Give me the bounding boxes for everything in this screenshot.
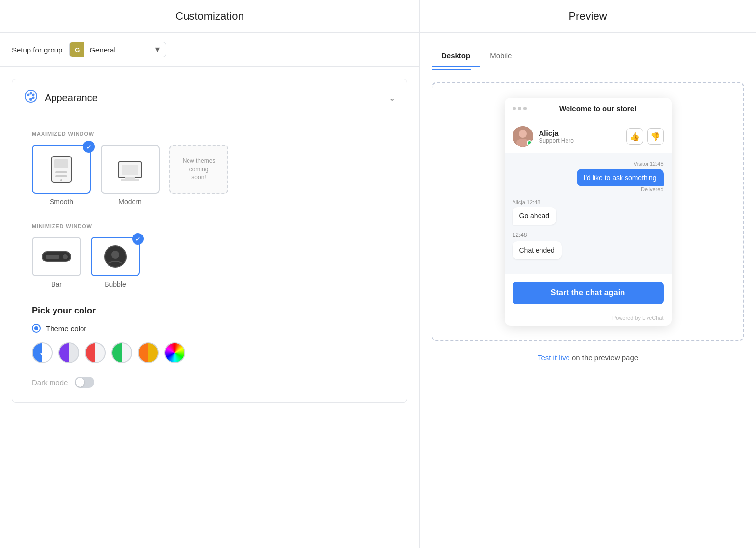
- message-system: 12:48 Chat ended: [513, 232, 664, 259]
- powered-by: Powered by LiveChat: [505, 312, 672, 326]
- radio-inner: [34, 326, 38, 330]
- preview-tabs: Desktop Mobile: [432, 41, 744, 67]
- theme-box-new: New themescomingsoon!: [169, 145, 228, 194]
- tab-mobile[interactable]: Mobile: [480, 46, 521, 67]
- theme-box-modern[interactable]: [101, 145, 160, 194]
- svg-rect-7: [54, 159, 68, 168]
- swatch-green[interactable]: [111, 342, 132, 363]
- svg-rect-14: [122, 165, 138, 175]
- theme-box-bubble[interactable]: ✓: [91, 237, 140, 276]
- color-section-title: Pick your color: [32, 306, 387, 316]
- group-select[interactable]: General: [84, 43, 153, 57]
- dark-mode-label: Dark mode: [32, 378, 68, 387]
- theme-name-bar: Bar: [51, 280, 62, 288]
- system-time: 12:48: [513, 232, 664, 238]
- appearance-body: MAXIMIZED WINDOW ✓: [12, 116, 407, 402]
- theme-name-modern: Modern: [118, 198, 141, 206]
- svg-rect-12: [125, 177, 135, 179]
- appearance-title: Appearance: [45, 92, 98, 104]
- start-chat-button[interactable]: Start the chat again: [513, 282, 664, 304]
- theme-smooth[interactable]: ✓ Smooth: [32, 145, 91, 206]
- theme-name-bubble: Bubble: [105, 280, 126, 288]
- new-themes-text: New themescomingsoon!: [179, 153, 219, 185]
- chat-welcome-text: Welcome to our store!: [533, 104, 664, 113]
- preview-tabs-container: Desktop Mobile: [420, 33, 756, 67]
- group-icon: G: [70, 42, 84, 57]
- theme-box-bar[interactable]: [32, 237, 81, 276]
- swatch-blue[interactable]: [32, 342, 53, 363]
- chat-preview-container: Welcome to our store!: [432, 82, 744, 341]
- agent-role: Support Hero: [539, 137, 626, 144]
- chat-cta: Start the chat again: [505, 274, 672, 312]
- svg-point-19: [111, 251, 119, 259]
- thumbs-down-btn[interactable]: 👎: [647, 128, 664, 145]
- swatch-purple[interactable]: [58, 342, 79, 363]
- svg-rect-16: [46, 255, 59, 259]
- agent-actions: 👍 👎: [626, 128, 664, 145]
- message-agent: Alicja 12:48 Go ahead: [513, 199, 664, 225]
- maximized-label: MAXIMIZED WINDOW: [32, 131, 387, 137]
- tab-desktop[interactable]: Desktop: [432, 46, 480, 67]
- agent-info: Alicja Support Hero: [539, 129, 626, 144]
- svg-point-2: [30, 92, 32, 95]
- online-dot: [527, 140, 532, 146]
- dark-mode-toggle[interactable]: [75, 377, 94, 388]
- theme-new: New themescomingsoon!: [169, 145, 228, 206]
- swatch-rainbow[interactable]: [164, 342, 185, 363]
- visitor-meta: Visitor 12:48: [513, 161, 664, 167]
- palette-icon: [24, 89, 38, 106]
- agent-bubble: Go ahead: [513, 207, 557, 225]
- thumbs-up-btn[interactable]: 👍: [626, 128, 643, 145]
- delivered-text: Delivered: [513, 186, 664, 192]
- chevron-down-icon: ⌄: [389, 93, 395, 103]
- chat-ended-bubble: Chat ended: [513, 241, 562, 259]
- agent-name: Alicja: [539, 129, 626, 137]
- appearance-header-left: Appearance: [24, 89, 98, 106]
- dot-3: [523, 107, 527, 110]
- toggle-knob: [76, 378, 84, 387]
- dot-2: [518, 107, 521, 110]
- appearance-card: Appearance ⌄ MAXIMIZED WINDOW ✓: [12, 79, 407, 403]
- appearance-header[interactable]: Appearance ⌄: [12, 79, 407, 116]
- color-option-theme[interactable]: Theme color: [32, 324, 387, 333]
- theme-bar[interactable]: Bar: [32, 237, 81, 288]
- setup-label: Setup for group: [12, 46, 62, 54]
- svg-rect-13: [121, 179, 139, 181]
- color-swatches: [32, 342, 387, 363]
- check-badge-smooth: ✓: [83, 141, 95, 153]
- customization-title: Customization: [10, 10, 409, 23]
- svg-rect-8: [55, 171, 67, 173]
- minimized-label: MINIMIZED WINDOW: [32, 223, 387, 229]
- svg-point-3: [32, 94, 35, 96]
- check-badge-bubble: ✓: [132, 233, 144, 245]
- theme-bubble[interactable]: ✓ Bubble: [91, 237, 140, 288]
- test-live-text: Test it live on the preview page: [432, 353, 744, 362]
- radio-theme-color[interactable]: [32, 324, 41, 333]
- swatch-red[interactable]: [85, 342, 106, 363]
- setup-bar: Setup for group G General ▼: [0, 33, 420, 67]
- swatch-orange[interactable]: [138, 342, 159, 363]
- svg-point-17: [63, 254, 68, 259]
- left-panel-header: Customization: [0, 0, 420, 32]
- svg-point-10: [60, 179, 62, 181]
- theme-box-smooth[interactable]: ✓: [32, 145, 91, 194]
- preview-title: Preview: [430, 10, 746, 23]
- chat-widget: Welcome to our store!: [505, 98, 672, 326]
- select-arrow-icon: ▼: [153, 45, 166, 54]
- maximized-theme-grid: ✓ Smooth: [32, 145, 387, 206]
- message-visitor: Visitor 12:48 I'd like to ask something …: [513, 161, 664, 192]
- dark-mode-row: Dark mode: [32, 377, 387, 388]
- minimized-theme-grid: Bar ✓ Bubble: [32, 237, 387, 288]
- svg-point-4: [32, 97, 35, 99]
- svg-point-21: [519, 130, 527, 138]
- chat-dots: [513, 107, 527, 110]
- theme-name-smooth: Smooth: [50, 198, 73, 206]
- test-live-link[interactable]: Test it live: [538, 353, 570, 362]
- theme-modern[interactable]: Modern: [101, 145, 160, 206]
- visitor-bubble: I'd like to ask something: [577, 169, 664, 186]
- color-option-label: Theme color: [46, 324, 86, 333]
- test-live-suffix: on the preview page: [570, 353, 638, 362]
- svg-rect-9: [55, 175, 67, 177]
- left-panel: Appearance ⌄ MAXIMIZED WINDOW ✓: [0, 67, 420, 548]
- group-select-wrapper[interactable]: G General ▼: [69, 42, 166, 57]
